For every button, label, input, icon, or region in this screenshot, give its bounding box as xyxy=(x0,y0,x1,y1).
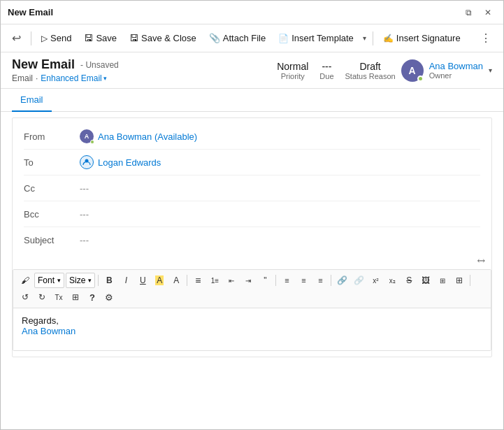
avatar-status-dot xyxy=(417,76,424,82)
avatar: A xyxy=(401,59,424,82)
subject-value[interactable]: --- xyxy=(80,235,89,245)
due-value: --- xyxy=(322,61,331,72)
title-bar-left: New Email xyxy=(8,7,53,17)
more-icon: ⋮ xyxy=(480,31,492,45)
close-icon: ✕ xyxy=(484,8,491,17)
title-bar-controls: ⧉ ✕ xyxy=(460,4,496,21)
tab-email[interactable]: Email xyxy=(12,89,52,112)
due-meta: --- Due xyxy=(319,61,333,80)
restore-icon: ⧉ xyxy=(466,8,472,17)
image-button[interactable]: 🖼 xyxy=(418,273,433,288)
attach-icon: 📎 xyxy=(209,33,220,43)
insert-signature-icon: ✍ xyxy=(383,34,394,43)
email-window: New Email ⧉ ✕ ↩ ▷ Send 🖫 Save 🖫 Save & C… xyxy=(0,0,504,430)
increase-indent-button[interactable]: ⇥ xyxy=(240,273,256,288)
font-label: Font xyxy=(38,275,55,285)
enhanced-email-link[interactable]: Enhanced Email ▾ xyxy=(41,73,106,83)
insert-signature-button[interactable]: ✍ Insert Signature xyxy=(377,28,466,49)
size-label: Size xyxy=(69,275,85,285)
owner-chevron-icon[interactable]: ▾ xyxy=(489,66,492,74)
subtitle-email: Email xyxy=(12,73,33,83)
link-button[interactable]: 🔗 xyxy=(334,273,350,288)
subject-label: Subject xyxy=(24,235,80,245)
status-label: Status Reason xyxy=(345,72,396,80)
align-center-button[interactable]: ≡ xyxy=(296,273,311,288)
expand-icon[interactable]: ⤢ xyxy=(475,254,489,268)
save-icon: 🖫 xyxy=(84,33,93,43)
highlight-button[interactable]: A xyxy=(152,273,167,288)
toolbar: ↩ ▷ Send 🖫 Save 🖫 Save & Close 📎 Attach … xyxy=(1,24,503,52)
toolbar-sep-1 xyxy=(31,31,31,45)
due-label: Due xyxy=(319,72,333,80)
cc-value[interactable]: --- xyxy=(80,183,89,194)
help-button[interactable]: ? xyxy=(85,289,100,305)
subject-row: Subject --- xyxy=(13,227,491,252)
decrease-indent-button[interactable]: ⇤ xyxy=(224,273,239,288)
avatar-initial: A xyxy=(409,65,416,76)
status-meta: Draft Status Reason xyxy=(345,61,396,80)
priority-value: Normal xyxy=(277,61,308,72)
align-right-button[interactable]: ≡ xyxy=(312,273,328,288)
bcc-value[interactable]: --- xyxy=(80,209,89,220)
unlink-button[interactable]: 🔗 xyxy=(351,273,366,288)
font-selector[interactable]: Font ▾ xyxy=(34,273,64,288)
highlight-icon: A xyxy=(155,275,164,285)
save-button[interactable]: 🖫 Save xyxy=(78,28,122,49)
to-label: To xyxy=(24,157,80,168)
from-name[interactable]: Ana Bowman (Available) xyxy=(98,131,197,142)
record-header: New Email - Unsaved Email · Enhanced Ema… xyxy=(1,52,503,89)
cc-row: Cc --- xyxy=(13,175,491,201)
editor-sep-3 xyxy=(275,275,276,286)
size-selector[interactable]: Size ▾ xyxy=(66,273,95,288)
settings-button[interactable]: ⚙ xyxy=(101,289,117,305)
status-value: Draft xyxy=(359,61,380,72)
subscript-button[interactable]: x₂ xyxy=(384,273,400,288)
clear-format-button[interactable]: Tx xyxy=(51,289,66,305)
record-meta: Normal Priority --- Due Draft Status Rea… xyxy=(277,61,395,80)
send-button[interactable]: ▷ Send xyxy=(36,28,77,49)
italic-button[interactable]: I xyxy=(118,273,134,288)
insert-template-dropdown[interactable]: ▾ xyxy=(361,28,368,49)
font-color-icon: A xyxy=(173,275,179,285)
close-button[interactable]: ✕ xyxy=(480,4,496,21)
owner-label: Owner xyxy=(429,71,483,80)
strikethrough-button[interactable]: S xyxy=(401,273,417,288)
superscript-button[interactable]: x² xyxy=(368,273,383,288)
more-options-button[interactable]: ⋮ xyxy=(475,28,498,49)
body-line2: Ana Bowman xyxy=(22,326,482,336)
save-close-icon: 🖫 xyxy=(129,33,138,43)
tab-email-label: Email xyxy=(20,94,43,105)
record-title: New Email xyxy=(12,57,75,72)
form-section: From A Ana Bowman (Available) To xyxy=(12,117,492,357)
to-name[interactable]: Logan Edwards xyxy=(98,157,161,168)
from-initial: A xyxy=(85,133,89,140)
align-left-button[interactable]: ≡ xyxy=(279,273,294,288)
owner-name[interactable]: Ana Bowman xyxy=(429,61,483,71)
bullets-button[interactable]: ≡ xyxy=(190,273,206,288)
subtitle-dot: · xyxy=(36,73,38,83)
redo-button[interactable]: ↻ xyxy=(34,289,50,305)
undo-button[interactable]: ↺ xyxy=(17,289,33,305)
bold-button[interactable]: B xyxy=(101,273,117,288)
underline-button[interactable]: U xyxy=(135,273,150,288)
font-color-button[interactable]: A xyxy=(168,273,184,288)
editor-sep-5 xyxy=(470,275,470,286)
numbered-button[interactable]: 1≡ xyxy=(207,273,222,288)
to-icon xyxy=(80,155,94,169)
source-button[interactable]: ⊞ xyxy=(435,273,450,288)
back-button[interactable]: ↩ xyxy=(6,28,27,49)
indent2-button[interactable]: ⊞ xyxy=(452,273,467,288)
cc-label: Cc xyxy=(24,183,80,194)
editor-content[interactable]: Regards, Ana Bowman xyxy=(13,308,491,350)
format-painter-button[interactable]: 🖌 xyxy=(17,273,33,288)
insert-template-icon: 📄 xyxy=(278,34,289,43)
save-close-button[interactable]: 🖫 Save & Close xyxy=(124,28,202,49)
insert-template-button[interactable]: 📄 Insert Template xyxy=(273,28,359,49)
blockquote-button[interactable]: " xyxy=(257,273,273,288)
save-close-label: Save & Close xyxy=(141,33,196,43)
body-line1: Regards, xyxy=(22,315,482,326)
to-value-container: Logan Edwards xyxy=(80,155,161,169)
table-button[interactable]: ⊞ xyxy=(68,289,83,305)
attach-file-button[interactable]: 📎 Attach File xyxy=(203,28,271,49)
restore-button[interactable]: ⧉ xyxy=(460,4,477,21)
